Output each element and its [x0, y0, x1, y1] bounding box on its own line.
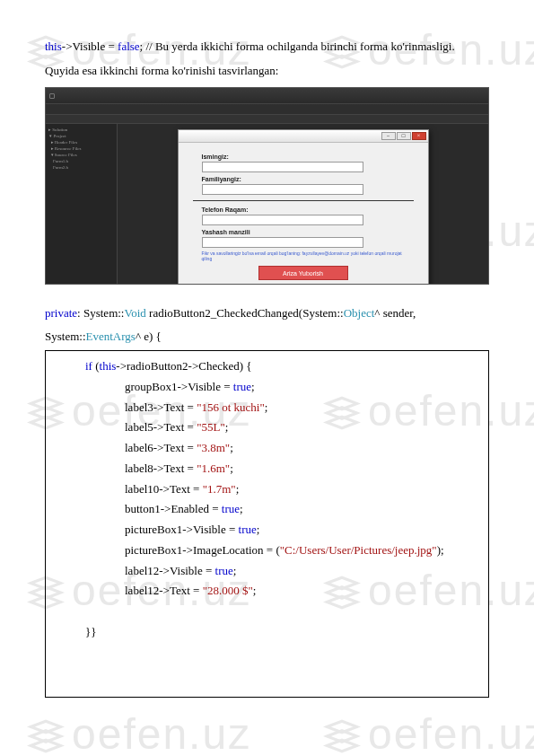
code-line: if (this->radioButton2->Checked) { [55, 356, 479, 377]
code-line: label10->Text = "1.7m"; [55, 479, 479, 500]
ide-screenshot: ▸ Solution ▾ Project ▸ Header Files ▸ Re… [45, 87, 489, 285]
minimize-icon[interactable]: – [381, 132, 396, 140]
code-line: button1->Enabled = true; [55, 499, 479, 520]
code-line [55, 602, 479, 622]
code-line: pictureBox1->Visible = true; [55, 520, 479, 541]
separator [193, 200, 414, 201]
ide-designer-canvas: – □ × Ismingiz: Familiyangiz: Telefon Ra… [118, 124, 488, 284]
form-preview-window: – □ × Ismingiz: Familiyangiz: Telefon Ra… [178, 129, 429, 285]
code-line: pictureBox1->ImageLocation = ("C:/Users/… [55, 541, 479, 561]
intro-paragraph-2: Quyida esa ikkinchi forma ko'rinishi tas… [45, 60, 489, 83]
code-line: label8->Text = "1.6m"; [55, 459, 479, 479]
phone-input[interactable] [202, 215, 363, 225]
code-line: label12->Text = "28.000 $"; [55, 581, 479, 602]
code-signature-line2: System::EventArgs^ e) { [45, 326, 489, 347]
maximize-icon[interactable]: □ [397, 132, 411, 140]
keyword-this: this [45, 40, 62, 53]
code-line: label12->Visible = true; [55, 561, 479, 582]
code-line: label5->Text = "55L"; [55, 418, 479, 438]
code-line: }} [55, 622, 479, 643]
window-control-icon [49, 93, 55, 99]
form-label-address: Yashash manzili [202, 229, 405, 235]
close-icon[interactable]: × [412, 132, 426, 140]
name-input[interactable] [202, 162, 363, 172]
ide-toolbar [46, 115, 488, 124]
watermark: oefen.uz [27, 709, 251, 756]
code-line: label3->Text = "156 ot kuchi"; [55, 398, 479, 418]
intro-paragraph-1: this->Visible = false; // Bu yerda ikkic… [45, 36, 489, 58]
code-block: if (this->radioButton2->Checked) { group… [45, 350, 489, 698]
ide-titlebar [46, 88, 488, 104]
form-label-phone: Telefon Raqam: [202, 207, 405, 213]
form-label-name: Ismingiz: [202, 154, 405, 160]
keyword-false: false [118, 40, 140, 53]
ide-menubar [46, 104, 488, 115]
form-note: Fikr va savollaringiz bo'lsa email orqal… [202, 251, 405, 261]
watermark: oefen.uz [323, 709, 534, 756]
code-signature-line1: private: System::Void radioButton2_Check… [45, 303, 489, 323]
surname-input[interactable] [202, 184, 363, 195]
submit-button[interactable]: Ariza Yuborish [258, 266, 348, 280]
code-line: label6->Text = "3.8m"; [55, 438, 479, 459]
ide-solution-explorer: ▸ Solution ▾ Project ▸ Header Files ▸ Re… [46, 124, 118, 284]
form-label-surname: Familiyangiz: [202, 176, 405, 182]
address-input[interactable] [202, 237, 363, 248]
code-line: groupBox1->Visible = true; [55, 377, 479, 398]
form-titlebar: – □ × [179, 130, 428, 143]
